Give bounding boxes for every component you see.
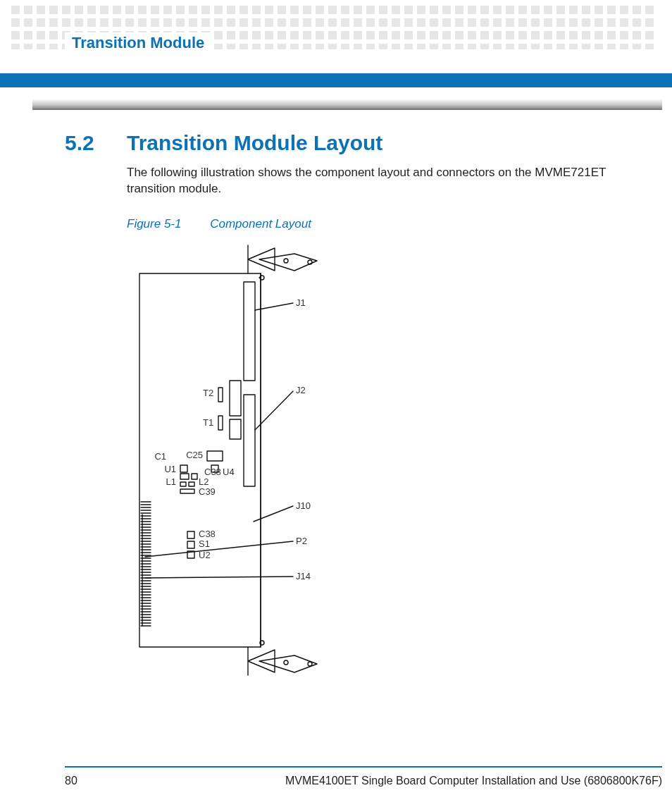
figure-caption-number: Figure 5-1 [127,217,181,230]
diagram-label-t2: T2 [203,388,213,398]
diagram-label-j2: J2 [296,385,306,395]
diagram-label-c39: C39 [199,486,216,497]
header-blue-bar [0,73,672,87]
svg-rect-67 [187,541,194,548]
diagram-label-j1: J1 [296,297,306,308]
diagram-label-u4: U4 [223,467,235,477]
figure-caption-text: Component Layout [210,217,311,230]
figure-caption: Figure 5-1 Component Layout [127,217,311,231]
svg-rect-11 [218,388,223,402]
diagram-label-c1: C1 [154,451,166,462]
svg-point-0 [284,259,288,263]
svg-rect-20 [180,489,194,493]
svg-line-73 [145,577,293,578]
diagram-label-c38b: C38 [199,529,216,539]
svg-line-72 [145,541,293,557]
svg-rect-10 [230,419,241,439]
section-title: Transition Module Layout [127,131,382,155]
header-gradient-bar [32,99,662,110]
diagram-label-c25: C25 [186,450,203,460]
svg-rect-16 [180,474,189,479]
svg-line-71 [254,506,293,522]
document-title-footer: MVME4100ET Single Board Computer Install… [285,775,662,787]
chapter-title: Transition Module [65,32,211,54]
component-layout-diagram: J1 J2 J10 P2 J14 T2 T1 C1 C25 U1 C38 U4 … [106,240,500,677]
svg-rect-9 [230,381,241,416]
svg-rect-17 [192,474,197,479]
diagram-label-j14: J14 [296,571,311,581]
svg-rect-12 [218,416,223,430]
diagram-label-c38a: C38 [204,467,221,477]
svg-rect-8 [244,395,255,486]
svg-point-74 [284,660,288,665]
footer-rule [65,766,662,768]
svg-rect-7 [244,282,255,381]
svg-rect-13 [207,451,223,461]
diagram-label-s1: S1 [199,538,210,549]
diagram-label-p2: P2 [296,536,307,546]
svg-rect-15 [180,465,187,472]
page-number: 80 [65,775,77,787]
svg-rect-18 [180,482,186,486]
diagram-label-l2: L2 [199,476,209,487]
svg-rect-66 [187,531,194,538]
section-body-text: The following illustration shows the com… [127,165,613,197]
diagram-label-t1: T1 [203,417,213,428]
svg-rect-19 [189,482,194,486]
diagram-label-j10: J10 [296,500,311,511]
svg-point-75 [308,662,312,666]
diagram-label-u1: U1 [164,464,176,474]
section-number: 5.2 [65,131,94,155]
diagram-label-u2: U2 [199,550,211,560]
diagram-label-l1: L1 [166,476,176,487]
